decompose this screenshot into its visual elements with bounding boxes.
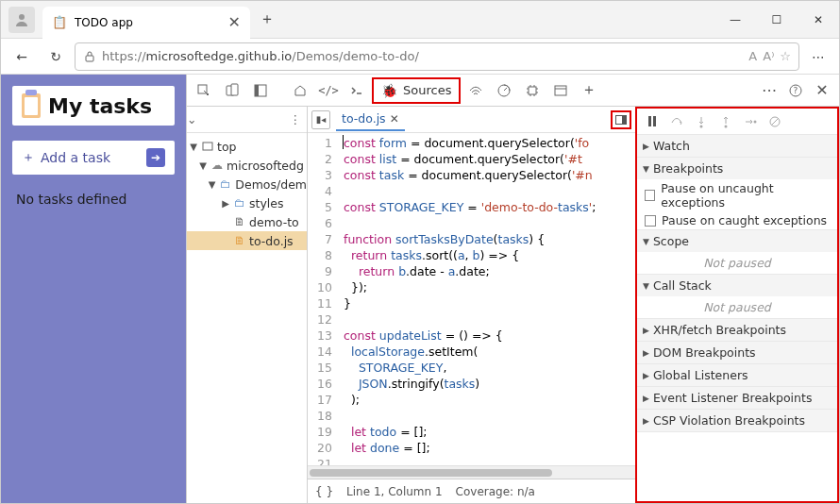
watch-section[interactable]: ▶Watch	[637, 135, 837, 158]
tree-demo-to[interactable]: 🗎demo-to	[187, 212, 307, 231]
scope-section: ▼Scope Not paused	[637, 230, 837, 275]
event-section[interactable]: ▶Event Listener Breakpoints	[637, 387, 837, 410]
global-section[interactable]: ▶Global Listeners	[637, 364, 837, 387]
tree-top[interactable]: ▼top	[187, 137, 307, 156]
empty-state-text: No tasks defined	[12, 192, 175, 207]
network-icon[interactable]	[462, 77, 489, 104]
svg-text:?: ?	[794, 86, 798, 95]
window-maximize-icon[interactable]: ☐	[756, 1, 798, 39]
memory-icon[interactable]	[519, 77, 546, 104]
reader-icon[interactable]: A	[748, 49, 757, 63]
csp-section[interactable]: ▶CSP Violation Breakpoints	[637, 410, 837, 432]
pause-caught-checkbox[interactable]: Pause on caught exceptions	[637, 211, 837, 229]
console-icon[interactable]	[344, 77, 370, 104]
help-icon[interactable]: ?	[782, 77, 809, 104]
callstack-not-paused: Not paused	[637, 296, 837, 318]
horizontal-scrollbar[interactable]	[308, 465, 635, 479]
chevron-down-icon: ⌄	[187, 112, 196, 126]
svg-rect-1	[86, 56, 93, 61]
profile-avatar[interactable]	[8, 7, 35, 33]
step-out-icon[interactable]	[716, 112, 735, 131]
welcome-icon[interactable]	[287, 77, 313, 104]
editor-tabs: ▮◂ to-do.js ✕	[308, 107, 635, 133]
devtools-more-icon[interactable]: ⋯	[756, 77, 782, 104]
plus-icon: ＋	[22, 149, 35, 166]
breakpoints-section: ▼Breakpoints Pause on uncaught exception…	[637, 158, 837, 230]
refresh-button[interactable]: ↻	[41, 42, 71, 72]
read-aloud-icon[interactable]: A⁾	[763, 49, 774, 63]
tab-title: TODO app	[75, 16, 221, 29]
svg-rect-6	[255, 85, 259, 96]
editor-pane: ▮◂ to-do.js ✕ 12345678910111213141516171…	[308, 107, 635, 503]
line-numbers: 123456789101112131415161718192021222324	[308, 133, 338, 465]
editor-statusbar: { } Line 1, Column 1 Coverage: n/a	[308, 479, 635, 503]
devtools-tabbar: </> 🐞 Sources ＋ ⋯ ? ✕	[187, 75, 839, 107]
window-close-icon[interactable]: ✕	[798, 1, 839, 39]
tree-styles[interactable]: ▶🗀styles	[187, 193, 307, 212]
code-editor[interactable]: 123456789101112131415161718192021222324 …	[308, 133, 635, 465]
code-content[interactable]: const form = document.querySelector('foc…	[338, 133, 635, 465]
debugger-pane: ▶Watch ▼Breakpoints Pause on uncaught ex…	[635, 107, 839, 503]
toggle-debugger-icon[interactable]	[611, 110, 631, 129]
sources-tab-label: Sources	[403, 83, 451, 97]
file-tree: ▼top ▼☁microsoftedg ▼🗀Demos/dem ▶🗀styles…	[187, 133, 307, 254]
scope-not-paused: Not paused	[637, 252, 837, 274]
submit-task-button[interactable]: ➔	[146, 148, 165, 167]
pause-uncaught-checkbox[interactable]: Pause on uncaught exceptions	[637, 179, 837, 211]
elements-icon[interactable]: </>	[315, 77, 342, 104]
close-icon[interactable]: ✕	[390, 112, 399, 126]
navigator-pane: ⌄ ⋮ ▼top ▼☁microsoftedg ▼🗀Demos/dem ▶🗀st…	[187, 107, 308, 503]
svg-rect-9	[555, 86, 566, 95]
deactivate-breakpoints-icon[interactable]	[765, 112, 784, 131]
application-icon[interactable]	[547, 77, 574, 104]
app-page: My tasks ＋ Add a task ➔ No tasks defined	[1, 75, 186, 503]
debugger-controls	[637, 109, 837, 135]
dock-icon[interactable]	[247, 77, 274, 104]
svg-point-13	[700, 125, 703, 127]
navigator-tabs[interactable]: ⌄ ⋮	[187, 107, 307, 133]
address-bar[interactable]: https://microsoftedge.github.io/Demos/de…	[75, 42, 799, 71]
back-button[interactable]: ←	[7, 42, 37, 72]
coverage-status: Coverage: n/a	[456, 485, 535, 498]
callstack-section: ▼Call Stack Not paused	[637, 275, 837, 319]
step-icon[interactable]	[741, 112, 760, 131]
url-text: https://microsoftedge.github.io/Demos/de…	[102, 49, 419, 63]
clipboard-icon	[22, 93, 41, 118]
new-tab-button[interactable]: ＋	[254, 7, 280, 33]
tab-close-icon[interactable]: ✕	[228, 13, 241, 31]
more-tabs-icon[interactable]: ＋	[576, 77, 602, 104]
browser-titlebar: 📋 TODO app ✕ ＋ — ☐ ✕	[1, 1, 839, 39]
inspect-icon[interactable]	[191, 77, 217, 104]
bug-icon: 🐞	[381, 83, 397, 98]
step-into-icon[interactable]	[692, 112, 711, 131]
sources-tab[interactable]: 🐞 Sources	[372, 77, 461, 104]
toggle-navigator-icon[interactable]: ▮◂	[311, 110, 330, 129]
add-task-input[interactable]: ＋ Add a task ➔	[12, 141, 175, 175]
browser-toolbar: ← ↻ https://microsoftedge.github.io/Demo…	[1, 39, 839, 75]
site-info-icon[interactable]	[83, 50, 96, 63]
window-minimize-icon[interactable]: —	[714, 1, 756, 39]
tree-todojs[interactable]: 🗎to-do.js	[187, 231, 307, 250]
device-icon[interactable]	[219, 77, 245, 104]
tree-host[interactable]: ▼☁microsoftedg	[187, 156, 307, 175]
scope-header[interactable]: ▼Scope	[637, 230, 837, 252]
breakpoints-header[interactable]: ▼Breakpoints	[637, 158, 837, 179]
step-over-icon[interactable]	[667, 112, 686, 131]
navigator-more-icon[interactable]: ⋮	[284, 112, 308, 126]
svg-point-0	[19, 14, 25, 20]
favorites-icon[interactable]: ☆	[780, 49, 791, 63]
devtools-close-icon[interactable]: ✕	[809, 77, 835, 104]
braces-icon[interactable]: { }	[315, 485, 333, 498]
performance-icon[interactable]	[491, 77, 517, 104]
tree-demos[interactable]: ▼🗀Demos/dem	[187, 175, 307, 193]
more-menu-button[interactable]: ⋯	[803, 42, 833, 72]
tab-favicon: 📋	[52, 15, 67, 30]
xhr-section[interactable]: ▶XHR/fetch Breakpoints	[637, 319, 837, 342]
callstack-header[interactable]: ▼Call Stack	[637, 275, 837, 296]
browser-tab[interactable]: 📋 TODO app ✕	[42, 7, 250, 39]
pause-button[interactable]	[643, 112, 662, 131]
dom-section[interactable]: ▶DOM Breakpoints	[637, 342, 837, 364]
cursor-position: Line 1, Column 1	[346, 485, 443, 498]
svg-rect-8	[529, 87, 536, 94]
editor-tab-todojs[interactable]: to-do.js ✕	[336, 109, 405, 131]
